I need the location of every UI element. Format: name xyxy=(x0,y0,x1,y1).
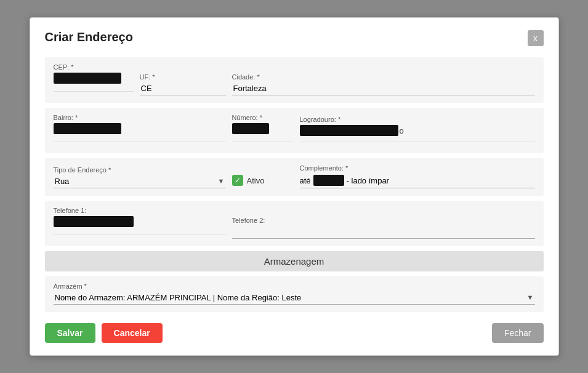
complemento-suffix: - lado ímpar xyxy=(347,176,389,185)
section-bairro-logradouro: Bairro: * Número: * Logradouro: * o xyxy=(45,108,544,153)
bairro-label: Bairro: * xyxy=(54,114,226,121)
footer-actions-left: Salvar Cancelar xyxy=(45,323,163,343)
logradouro-label: Logradouro: * xyxy=(300,116,535,123)
tel2-field: Telefone 2: xyxy=(232,217,535,239)
tel1-field: Telefone 1: xyxy=(54,207,226,239)
armazem-label: Armazém * xyxy=(54,283,535,290)
fechar-button[interactable]: Fechar xyxy=(492,323,544,343)
section-tipo-complemento: Tipo de Endereço * Rua Avenida Travessa … xyxy=(45,158,544,196)
row-telefones: Telefone 1: Telefone 2: xyxy=(54,207,535,239)
numero-field: Número: * xyxy=(232,114,294,146)
section-telefones: Telefone 1: Telefone 2: xyxy=(45,201,544,246)
dialog-title: Criar Endereço xyxy=(45,30,133,44)
complemento-field: Complemento: * até - lado ímpar xyxy=(300,164,535,188)
cep-value-block xyxy=(54,73,121,84)
criar-endereco-dialog: Criar Endereço x CEP: * UF: * Cidade: * … xyxy=(30,17,559,356)
tel2-input[interactable] xyxy=(232,226,535,239)
armazem-field: Armazém * Nome do Armazem: ARMAZÉM PRINC… xyxy=(54,283,535,305)
numero-value-block xyxy=(232,123,269,134)
tel1-label: Telefone 1: xyxy=(54,207,226,214)
complemento-value-block xyxy=(313,175,344,186)
close-button[interactable]: x xyxy=(528,30,544,46)
complemento-value-row: até - lado ímpar xyxy=(300,174,535,188)
armazenagem-header: Armazenagem xyxy=(45,251,544,271)
dialog-footer: Salvar Cancelar Fechar xyxy=(45,323,544,343)
bairro-field: Bairro: * xyxy=(54,114,226,146)
tel1-value-block xyxy=(54,216,134,227)
logradouro-value-block xyxy=(300,125,398,136)
tipo-field: Tipo de Endereço * Rua Avenida Travessa … xyxy=(54,166,226,188)
salvar-button[interactable]: Salvar xyxy=(45,323,95,343)
cancelar-button[interactable]: Cancelar xyxy=(102,323,163,343)
uf-input[interactable] xyxy=(140,82,226,95)
tipo-select[interactable]: Rua Avenida Travessa xyxy=(54,175,226,188)
ativo-checkbox[interactable]: ✓ xyxy=(232,175,243,186)
cep-field: CEP: * xyxy=(54,63,134,95)
cidade-input[interactable] xyxy=(232,82,535,95)
cidade-field: Cidade: * xyxy=(232,73,535,95)
ativo-label: Ativo xyxy=(247,176,265,185)
uf-label: UF: * xyxy=(140,73,226,81)
logradouro-suffix: o xyxy=(400,126,404,135)
tipo-select-wrapper: Rua Avenida Travessa ▼ xyxy=(54,175,226,188)
ativo-wrapper: ✓ Ativo xyxy=(232,175,294,188)
tipo-label: Tipo de Endereço * xyxy=(54,166,226,174)
armazem-select-wrapper: Nome do Armazem: ARMAZÉM PRINCIPAL | Nom… xyxy=(54,292,535,305)
cep-label: CEP: * xyxy=(54,63,134,71)
dialog-header: Criar Endereço x xyxy=(45,30,544,46)
armazem-select[interactable]: Nome do Armazem: ARMAZÉM PRINCIPAL | Nom… xyxy=(54,292,535,305)
row-cep-cidade: CEP: * UF: * Cidade: * xyxy=(54,63,535,95)
section-cep-cidade: CEP: * UF: * Cidade: * xyxy=(45,57,544,103)
row-tipo-complemento: Tipo de Endereço * Rua Avenida Travessa … xyxy=(54,164,535,188)
row-bairro-logradouro: Bairro: * Número: * Logradouro: * o xyxy=(54,114,535,146)
uf-field: UF: * xyxy=(140,73,226,95)
section-armazem: Armazém * Nome do Armazem: ARMAZÉM PRINC… xyxy=(45,276,544,312)
complemento-label: Complemento: * xyxy=(300,164,535,172)
cidade-label: Cidade: * xyxy=(232,73,535,81)
complemento-prefix: até xyxy=(300,176,311,185)
bairro-value-block xyxy=(54,123,121,134)
tel2-label: Telefone 2: xyxy=(232,217,535,224)
logradouro-field: Logradouro: * o xyxy=(300,116,535,146)
numero-label: Número: * xyxy=(232,114,294,121)
